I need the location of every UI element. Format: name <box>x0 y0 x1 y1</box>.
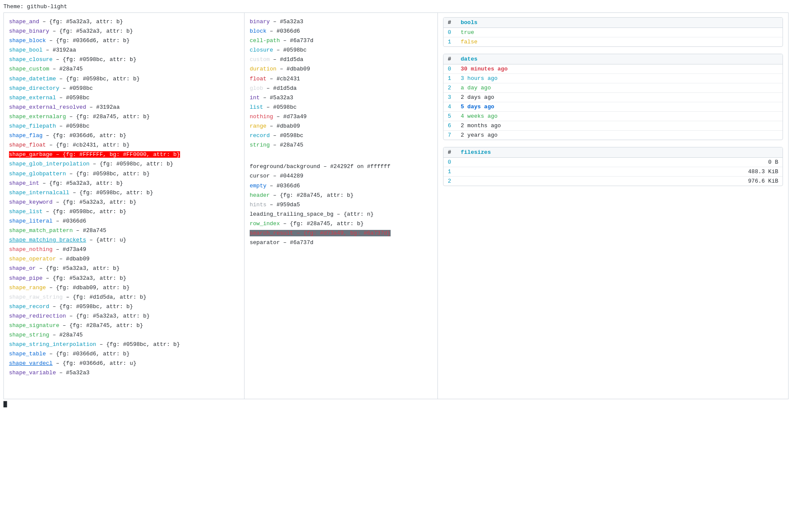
list-item: shape_internalcall – {fg: #0598bc, attr:… <box>9 188 239 198</box>
list-item: custom – #d1d5da <box>250 55 432 64</box>
list-item: record – #0598bc <box>250 131 432 141</box>
list-item: shape_or – {fg: #5a32a3, attr: b} <box>9 264 239 273</box>
theme-label: Theme: github-light <box>3 3 789 10</box>
row-value: 4 weeks ago <box>456 112 783 121</box>
row-value: 30 minutes ago <box>456 64 783 74</box>
row-value: 488.3 KiB <box>456 167 783 177</box>
list-item: shape_bool – #3192aa <box>9 46 239 55</box>
list-item: row_index – {fg: #28a745, attr: b} <box>250 219 432 229</box>
dates-table: # dates 030 minutes ago13 hours ago2a da… <box>443 54 783 140</box>
list-item: shape_record – {fg: #0598bc, attr: b} <box>9 302 239 312</box>
list-item: string – #28a745 <box>250 141 432 150</box>
list-item: shape_externalarg – {fg: #28a745, attr: … <box>9 112 239 122</box>
row-value: 5 days ago <box>456 102 783 112</box>
list-item: nothing – #d73a49 <box>250 112 432 122</box>
col2: binary – #5a32a3block – #0366d6cell-path… <box>245 13 438 399</box>
list-item: range – #dbab09 <box>250 122 432 131</box>
list-item: shape_nothing – #d73a49 <box>9 245 239 254</box>
table-row: 13 hours ago <box>443 74 783 83</box>
row-index: 5 <box>443 112 456 121</box>
list-item: closure – #0598bc <box>250 46 432 55</box>
row-index: 0 <box>443 28 456 37</box>
filesizes-col-name: filesizes <box>456 147 783 158</box>
table-row: 62 months ago <box>443 121 783 131</box>
filesizes-table: # filesizes 00 B1488.3 KiB2976.6 KiB <box>443 147 783 186</box>
list-item: shape_glob_interpolation – {fg: #0598bc,… <box>9 159 239 169</box>
table-row: 54 weeks ago <box>443 112 783 121</box>
row-index: 4 <box>443 102 456 112</box>
dates-col-name: dates <box>456 54 783 64</box>
list-item: shape_string_interpolation – {fg: #0598b… <box>9 340 239 349</box>
row-value: 976.6 KiB <box>456 177 783 186</box>
list-item: shape_list – {fg: #0598bc, attr: b} <box>9 207 239 217</box>
table-row: 0true <box>443 28 783 37</box>
row-value: 3 hours ago <box>456 74 783 83</box>
row-value: 2 days ago <box>456 93 783 102</box>
row-index: 1 <box>443 74 456 83</box>
list-item: shape_operator – #dbab09 <box>9 254 239 264</box>
table-row: 45 days ago <box>443 102 783 112</box>
list-item: shape_binary – {fg: #5a32a3, attr: b} <box>9 27 239 36</box>
list-item: duration – #dbab09 <box>250 64 432 74</box>
list-item: shape_string – #28a745 <box>9 330 239 340</box>
list-item: shape_globpattern – {fg: #0598bc, attr: … <box>9 169 239 179</box>
list-item: shape_custom – #28a745 <box>9 64 239 74</box>
list-item: shape_block – {fg: #0366d6, attr: b} <box>9 36 239 46</box>
list-item: search_result – {fg: #d73a49, bg: #6a737… <box>250 229 432 238</box>
list-item: header – {fg: #28a745, attr: b} <box>250 191 432 200</box>
list-item: cursor – #044289 <box>250 171 432 181</box>
table-row: 32 days ago <box>443 93 783 102</box>
row-index: 1 <box>443 37 456 47</box>
dates-col-hash: # <box>443 54 456 64</box>
row-value: false <box>456 37 783 47</box>
list-item: shape_garbage – {fg: #FFFFFF, bg: #FF000… <box>9 150 239 159</box>
main-container: shape_and – {fg: #5a32a3, attr: b}shape_… <box>3 12 789 399</box>
row-index: 3 <box>443 93 456 102</box>
row-index: 2 <box>443 177 456 186</box>
list-item: shape_and – {fg: #5a32a3, attr: b} <box>9 17 239 27</box>
cursor: █ <box>3 401 789 408</box>
table-row: 1488.3 KiB <box>443 167 783 177</box>
col3: # bools 0true1false # dates 030 minutes … <box>438 13 788 399</box>
list-item: shape_table – {fg: #0366d6, attr: b} <box>9 349 239 359</box>
filesizes-col-hash: # <box>443 147 456 158</box>
table-row: 2976.6 KiB <box>443 177 783 186</box>
list-item: shape_literal – #0366d6 <box>9 217 239 226</box>
list-item: shape_int – {fg: #5a32a3, attr: b} <box>9 179 239 188</box>
list-item: cell-path – #6a737d <box>250 36 432 46</box>
bools-col-hash: # <box>443 18 456 28</box>
list-item: list – #0598bc <box>250 103 432 112</box>
list-item: shape_directory – #0598bc <box>9 84 239 93</box>
table-row: 030 minutes ago <box>443 64 783 74</box>
list-item: shape_redirection – {fg: #5a32a3, attr: … <box>9 312 239 321</box>
row-value: 2 months ago <box>456 121 783 131</box>
row-index: 2 <box>443 83 456 93</box>
list-item: shape_raw_string – {fg: #d1d5da, attr: b… <box>9 293 239 302</box>
row-value: 0 B <box>456 158 783 167</box>
list-item: shape_range – {fg: #dbab09, attr: b} <box>9 283 239 293</box>
row-index: 6 <box>443 121 456 131</box>
row-value: a day ago <box>456 83 783 93</box>
list-item: shape_external_resolved – #3192aa <box>9 103 239 112</box>
list-item: shape_variable – #5a32a3 <box>9 368 239 378</box>
list-item: glob – #d1d5da <box>250 84 432 93</box>
list-item: binary – #5a32a3 <box>250 17 432 27</box>
table-row: 72 years ago <box>443 131 783 140</box>
row-value: true <box>456 28 783 37</box>
list-item: empty – #0366d6 <box>250 181 432 191</box>
table-row: 2a day ago <box>443 83 783 93</box>
list-item: shape_matching_brackets – {attr: u} <box>9 235 239 245</box>
row-index: 1 <box>443 167 456 177</box>
list-item: shape_float – {fg: #cb2431, attr: b} <box>9 141 239 150</box>
list-item: leading_trailing_space_bg – {attr: n} <box>250 210 432 219</box>
list-item: hints – #959da5 <box>250 200 432 210</box>
row-index: 0 <box>443 64 456 74</box>
list-item: shape_signature – {fg: #28a745, attr: b} <box>9 321 239 330</box>
list-item: shape_vardecl – {fg: #0366d6, attr: u} <box>9 359 239 368</box>
list-item: separator – #6a737d <box>250 238 432 248</box>
row-index: 7 <box>443 131 456 140</box>
list-item: shape_keyword – {fg: #5a32a3, attr: b} <box>9 198 239 207</box>
list-item: int – #5a32a3 <box>250 93 432 103</box>
row-value: 2 years ago <box>456 131 783 140</box>
list-item: shape_pipe – {fg: #5a32a3, attr: b} <box>9 274 239 283</box>
